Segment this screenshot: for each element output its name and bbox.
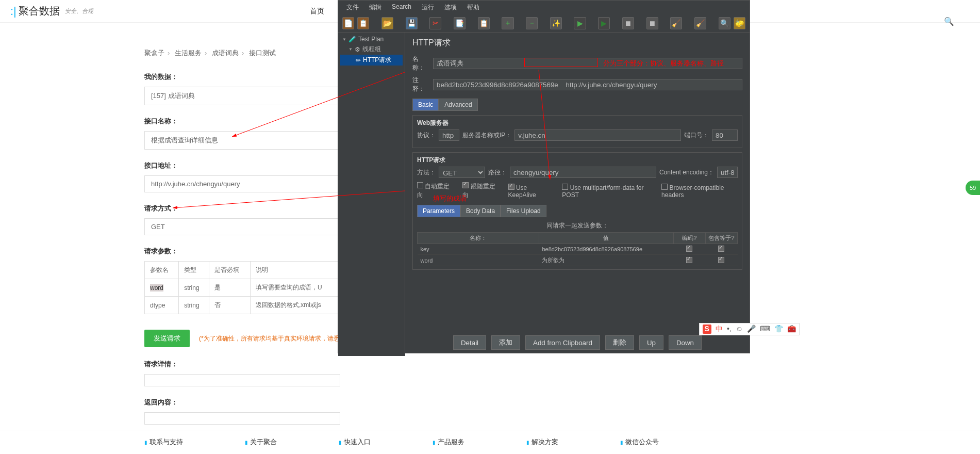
start-notimers-icon[interactable]: ▶ bbox=[598, 17, 610, 29]
param-word: word bbox=[150, 284, 163, 291]
port-input[interactable] bbox=[712, 129, 738, 141]
clear-all-icon[interactable]: 🧹 bbox=[694, 17, 706, 29]
minus-icon[interactable]: － bbox=[526, 17, 538, 29]
req-method-value[interactable]: GET bbox=[144, 218, 340, 235]
crumb-leaf: 接口测试 bbox=[249, 49, 276, 57]
foot-quick[interactable]: 快速入口 bbox=[339, 437, 371, 447]
menu-options[interactable]: 选项 bbox=[439, 2, 462, 13]
req-detail-box[interactable] bbox=[144, 374, 340, 386]
wand-icon[interactable]: ✨ bbox=[550, 17, 562, 29]
btn-up[interactable]: Up bbox=[639, 335, 663, 350]
ime-toolbox-icon[interactable]: 🧰 bbox=[787, 325, 796, 334]
ime-punct-icon[interactable]: •, bbox=[727, 325, 732, 334]
webserver-label: Web服务器 bbox=[417, 119, 738, 127]
cb-enc[interactable] bbox=[686, 246, 692, 252]
tab-parameters[interactable]: Parameters bbox=[417, 205, 460, 217]
ime-mic-icon[interactable]: 🎤 bbox=[747, 325, 756, 334]
ime-keyboard-icon[interactable]: ⌨ bbox=[760, 325, 770, 334]
foot-about[interactable]: 关于聚合 bbox=[245, 437, 277, 447]
new-icon[interactable]: 📄 bbox=[342, 17, 354, 29]
cb-enc[interactable] bbox=[686, 257, 692, 263]
proto-input[interactable] bbox=[439, 129, 459, 141]
jmeter-toolbar: 📄 📋 📂 💾 ✂ 📑 📋 ＋ － ✨ ▶ ▶ ⏹ ⏹ bbox=[338, 14, 750, 33]
menu-file[interactable]: 文件 bbox=[341, 2, 364, 13]
side-badge[interactable]: 59 bbox=[966, 181, 980, 195]
cb-follow-redirect[interactable] bbox=[462, 182, 469, 188]
jmeter-tree: ▼🧪Test Plan ▼⚙线程组 ✏HTTP请求 bbox=[338, 33, 405, 356]
foot-wechat[interactable]: 微信公众号 bbox=[620, 437, 659, 447]
iface-addr-value[interactable]: http://v.juhe.cn/chengyu/query bbox=[144, 175, 340, 192]
cb-auto-redirect[interactable] bbox=[417, 182, 423, 188]
grid-col-eq: 包含等于? bbox=[705, 233, 737, 244]
ime-logo-icon[interactable]: S bbox=[703, 325, 711, 334]
crumb-root[interactable]: 聚盒子 bbox=[144, 49, 164, 57]
crumb-item[interactable]: 成语词典 bbox=[212, 49, 239, 57]
ime-skin-icon[interactable]: 👕 bbox=[774, 325, 783, 334]
cut-icon[interactable]: ✂ bbox=[429, 17, 441, 29]
warn-text: (*为了准确性，所有请求均基于真实环境请求，请悉知) bbox=[199, 334, 348, 343]
start-icon[interactable]: ▶ bbox=[574, 17, 586, 29]
comment-input[interactable] bbox=[433, 79, 742, 90]
footer: 联系与支持 关于聚合 快速入口 产品服务 解决方案 微信公众号 bbox=[0, 430, 980, 454]
menu-help[interactable]: 帮助 bbox=[462, 2, 485, 13]
foot-solution[interactable]: 解决方案 bbox=[526, 437, 558, 447]
ime-emoji-icon[interactable]: ☺ bbox=[736, 325, 743, 334]
btn-detail[interactable]: Detail bbox=[453, 335, 486, 350]
shutdown-icon[interactable]: ⏹ bbox=[646, 17, 658, 29]
proto-label: 协议： bbox=[417, 131, 436, 140]
resp-box[interactable] bbox=[144, 412, 340, 425]
menu-edit[interactable]: 编辑 bbox=[364, 2, 387, 13]
cb-eq[interactable] bbox=[718, 246, 724, 252]
search-icon[interactable]: 🔍 bbox=[944, 17, 954, 26]
btn-delete[interactable]: 删除 bbox=[605, 335, 634, 350]
path-input[interactable] bbox=[510, 167, 656, 178]
tree-http-req[interactable]: ✏HTTP请求 bbox=[340, 55, 403, 66]
menu-run[interactable]: 运行 bbox=[417, 2, 439, 13]
grid-row[interactable]: word 为所欲为 bbox=[418, 255, 738, 266]
method-select[interactable]: GET bbox=[439, 167, 485, 178]
cb-browser-compat[interactable] bbox=[661, 184, 668, 190]
foot-contact[interactable]: 联系与支持 bbox=[144, 437, 183, 447]
stop-icon[interactable]: ⏹ bbox=[622, 17, 634, 29]
cb-keepalive[interactable] bbox=[508, 184, 514, 190]
grid-cell-name[interactable]: key bbox=[418, 244, 539, 255]
btn-clipboard[interactable]: Add from Clipboard bbox=[525, 335, 600, 350]
menu-search[interactable]: Search bbox=[387, 2, 417, 13]
grid-cell-val[interactable]: 为所欲为 bbox=[539, 255, 673, 266]
tab-advanced[interactable]: Advanced bbox=[439, 99, 477, 111]
my-data-value[interactable]: [157] 成语词典 bbox=[144, 87, 340, 105]
send-button[interactable]: 发送请求 bbox=[144, 330, 190, 347]
btn-down[interactable]: Down bbox=[669, 335, 702, 350]
tree-threadgroup[interactable]: ▼⚙线程组 bbox=[340, 44, 403, 55]
foot-product[interactable]: 产品服务 bbox=[433, 437, 464, 447]
iface-name-value[interactable]: 根据成语查询详细信息 bbox=[144, 131, 340, 150]
grid-row[interactable]: key be8d2bc07523d996d8c8926a9087569e bbox=[418, 244, 738, 255]
tab-files-upload[interactable]: Files Upload bbox=[501, 205, 546, 217]
crumb-cat[interactable]: 生活服务 bbox=[175, 49, 202, 57]
grid-cell-val[interactable]: be8d2bc07523d996d8c8926a9087569e bbox=[539, 244, 673, 255]
tab-basic[interactable]: Basic bbox=[412, 99, 439, 111]
ime-lang[interactable]: 中 bbox=[716, 325, 723, 334]
tab-body-data[interactable]: Body Data bbox=[460, 205, 501, 217]
tree-testplan[interactable]: ▼🧪Test Plan bbox=[340, 35, 403, 44]
server-input[interactable] bbox=[514, 129, 681, 141]
param-dtype-desc: 返回数据的格式,xml或js bbox=[250, 297, 340, 314]
param-word-req: 是 bbox=[209, 279, 250, 297]
grid-cell-name[interactable]: word bbox=[418, 255, 539, 266]
find-icon[interactable]: 🔍 bbox=[719, 17, 730, 29]
btn-add[interactable]: 添加 bbox=[491, 335, 520, 350]
save-icon[interactable]: 💾 bbox=[406, 17, 418, 29]
plus-icon[interactable]: ＋ bbox=[502, 17, 513, 29]
open-icon[interactable]: 📂 bbox=[381, 17, 393, 29]
copy-icon[interactable]: 📑 bbox=[454, 17, 466, 29]
paste-icon[interactable]: 📋 bbox=[478, 17, 490, 29]
resp-label: 返回内容： bbox=[144, 398, 836, 407]
param-dtype-type: string bbox=[179, 297, 209, 314]
cb-multipart[interactable] bbox=[562, 184, 568, 190]
cb-eq[interactable] bbox=[718, 257, 724, 263]
enc-input[interactable] bbox=[717, 167, 738, 178]
reset-find-icon[interactable]: 🧽 bbox=[734, 17, 745, 29]
templates-icon[interactable]: 📋 bbox=[357, 17, 369, 29]
clear-icon[interactable]: 🧹 bbox=[670, 17, 682, 29]
nav-home[interactable]: 首页 bbox=[310, 7, 324, 16]
